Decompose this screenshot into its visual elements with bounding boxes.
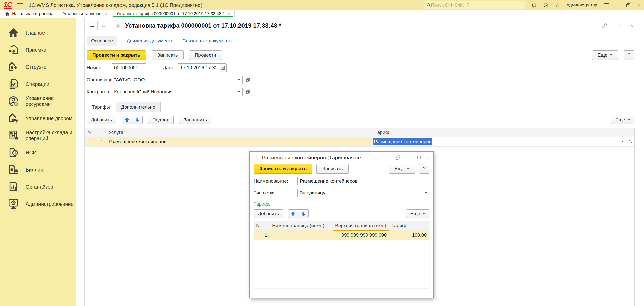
organization-open-button[interactable] <box>244 76 252 84</box>
sidebar-item-priemka[interactable]: Приемка <box>0 41 76 58</box>
back-button[interactable]: ← <box>87 21 98 30</box>
more-menu-icon[interactable]: ⋮ <box>407 155 411 160</box>
pick-button[interactable]: Подбор <box>148 116 174 124</box>
move-up-button[interactable] <box>122 116 132 124</box>
sidebar-item-organizer[interactable]: Органайзер <box>0 178 76 195</box>
post-and-close-button[interactable]: Провести и закрыть <box>87 50 146 60</box>
column-header-service[interactable]: Услуга <box>106 128 372 137</box>
favorite-star-icon[interactable]: ☆ <box>254 154 259 161</box>
calendar-button[interactable] <box>219 63 227 72</box>
cell-tariff-editor[interactable]: Размещение контейнеров <box>372 137 634 146</box>
sidebar-item-upravlenie-resursami[interactable]: Управление ресурсами <box>0 93 76 110</box>
tab-tariffs[interactable]: Тарифы <box>87 102 115 112</box>
sidebar-item-otgruzka[interactable]: Отгрузка <box>0 58 76 76</box>
dropdown-button[interactable] <box>235 88 242 96</box>
maximize-icon[interactable]: ☐ <box>417 155 421 160</box>
sidebar-item-upravlenie-dvorom[interactable]: Управление двором <box>0 110 76 127</box>
dropdown-button[interactable] <box>422 189 429 197</box>
column-header-n[interactable]: N <box>85 128 106 137</box>
post-button[interactable]: Провести <box>189 50 222 60</box>
notifications-icon[interactable] <box>531 2 537 8</box>
dialog-table-more-button[interactable]: Еще <box>406 209 429 218</box>
dropdown-button[interactable] <box>619 137 626 146</box>
global-search[interactable] <box>424 1 525 9</box>
date-field[interactable] <box>178 63 219 72</box>
link-document-movements[interactable]: Движения документа <box>127 38 173 44</box>
cell-service[interactable]: Размещение контейнеров <box>106 137 372 146</box>
tab-additional[interactable]: Дополнительно <box>116 102 161 112</box>
main-menu-icon[interactable] <box>17 3 23 7</box>
tab-tariff-settings[interactable]: Установки тарифов × <box>58 10 112 17</box>
app-window: 1С 1С:WMS Логистика. Управление складом,… <box>0 0 644 306</box>
close-window-icon[interactable]: × <box>637 3 640 8</box>
dialog-save-button[interactable]: Записать <box>316 164 348 174</box>
cell-lower-bound[interactable] <box>270 230 333 240</box>
restore-icon[interactable] <box>626 3 631 8</box>
contractor-field[interactable] <box>112 88 243 96</box>
history-icon[interactable] <box>543 2 549 8</box>
service-menu-icon[interactable] <box>604 2 610 8</box>
name-field[interactable] <box>297 177 429 185</box>
cell-upper-bound-active[interactable]: 999 999 999 999,000 <box>333 230 389 240</box>
sidebar-item-nastrojka-sklada[interactable]: Настройка склада и операций <box>0 127 76 144</box>
sidebar-item-administrirovanie[interactable]: Администрирование <box>0 195 76 213</box>
organization-field[interactable] <box>112 76 243 84</box>
current-user[interactable]: Администратор <box>566 3 597 8</box>
minimize-icon[interactable]: – <box>616 3 619 8</box>
add-row-button[interactable]: Добавить <box>87 116 116 124</box>
sidebar-item-billing[interactable]: ₽ Биллинг <box>0 161 76 178</box>
column-header-lower-bound[interactable]: Нижняя граница (искл.) <box>270 221 333 230</box>
dialog-add-row-button[interactable]: Добавить <box>254 209 283 218</box>
open-tariff-button[interactable] <box>626 137 634 146</box>
search-input[interactable] <box>431 3 522 8</box>
active-tab-indicator <box>113 16 233 17</box>
table-row[interactable]: 1 Размещение контейнеров Размещение конт… <box>85 137 634 147</box>
organization-input[interactable] <box>112 76 235 84</box>
table-more-button[interactable]: Еще <box>611 116 634 124</box>
tab-home[interactable]: Начальная страница <box>0 10 58 17</box>
sidebar-item-label: Главное <box>26 30 45 36</box>
chevron-down-icon <box>238 91 240 93</box>
table-row[interactable]: 1 999 999 999 999,000 100,00 <box>254 230 429 240</box>
close-tab-icon[interactable]: × <box>105 12 107 16</box>
tab-osnovnoe[interactable]: Основное <box>87 36 117 46</box>
move-down-button[interactable] <box>132 116 143 124</box>
link-icon[interactable] <box>601 23 608 29</box>
help-button[interactable]: ? <box>624 50 634 60</box>
tab-tariff-document[interactable]: Установка тарифа 000000001 от 17.10.2019… <box>112 10 235 17</box>
sidebar-item-nsi[interactable]: НСИ <box>0 144 76 161</box>
favorite-star-icon[interactable]: ★ <box>115 21 122 30</box>
dialog-move-down-button[interactable] <box>298 209 309 218</box>
save-and-close-button[interactable]: Записать и закрыть <box>254 164 312 174</box>
column-header-upper-bound[interactable]: Верхняя граница (вкл.) <box>333 221 389 230</box>
grid-type-field[interactable] <box>297 189 429 197</box>
more-button[interactable]: Еще <box>592 50 618 60</box>
dropdown-button[interactable] <box>235 76 242 84</box>
sidebar-item-glavnoe[interactable]: Главное <box>0 24 76 41</box>
link-related-documents[interactable]: Связанные документы <box>182 38 233 44</box>
favorites-icon[interactable]: ☆ <box>555 3 560 8</box>
link-icon[interactable] <box>395 155 401 161</box>
warehouse-settings-icon <box>8 130 19 141</box>
contractor-open-button[interactable] <box>244 88 252 96</box>
cell-tariff[interactable]: 100,00 <box>389 230 429 240</box>
column-header-n[interactable]: N <box>254 221 270 230</box>
dialog-help-button[interactable]: ? <box>419 164 429 174</box>
cell-n: 1 <box>85 137 106 146</box>
fill-button[interactable]: Заполнить <box>179 116 211 124</box>
column-header-tariff[interactable]: Тариф <box>389 221 429 230</box>
close-form-icon[interactable]: × <box>631 23 634 29</box>
chevron-down-icon <box>423 213 425 214</box>
contractor-input[interactable] <box>112 88 235 96</box>
sidebar-item-operacii[interactable]: Операции <box>0 76 76 93</box>
number-field[interactable] <box>112 63 146 72</box>
forward-button[interactable]: → <box>98 21 109 30</box>
close-dialog-icon[interactable]: × <box>427 155 429 160</box>
dialog-move-up-button[interactable] <box>288 209 298 218</box>
column-header-tariff[interactable]: Тариф <box>372 128 634 137</box>
save-button[interactable]: Записать <box>152 50 184 60</box>
close-tab-icon[interactable]: × <box>228 12 230 16</box>
more-menu-icon[interactable]: ⋮ <box>617 23 622 29</box>
dialog-more-button[interactable]: Еще <box>389 164 415 174</box>
grid-type-input[interactable] <box>298 189 422 197</box>
